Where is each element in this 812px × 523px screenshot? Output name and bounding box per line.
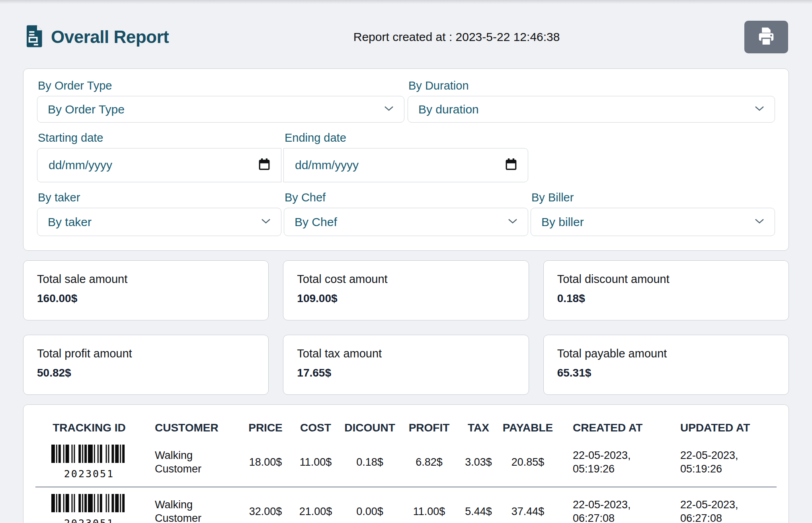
- tracking-barcode: 2023051: [35, 494, 143, 523]
- customer-name: Walking Customer: [155, 498, 215, 523]
- starting-date-input[interactable]: dd/mm/yyyy: [37, 148, 281, 182]
- tax-cell: 3.03$: [458, 456, 499, 469]
- chevron-down-icon: [755, 106, 764, 113]
- column-header: CREATED AT: [557, 422, 672, 434]
- column-header: CUSTOMER: [143, 422, 239, 434]
- updated-at-cell: 22-05-2023, 05:19:26: [680, 449, 752, 476]
- tax-cell: 5.44$: [458, 505, 499, 519]
- barcode-number: 2023051: [64, 517, 114, 523]
- column-header: UPDATED AT: [672, 422, 777, 434]
- table-body: 2023051Walking Customer18.00$11.00$0.18$…: [35, 438, 777, 523]
- barcode-icon: [51, 445, 127, 466]
- taker-select[interactable]: By taker: [37, 208, 281, 236]
- tracking-barcode: 2023051: [35, 445, 143, 480]
- page-title: Overall Report: [51, 27, 169, 47]
- printer-icon: [755, 27, 777, 48]
- created-at-cell: 22-05-2023, 05:19:26: [573, 449, 644, 476]
- column-header: TAX: [458, 422, 499, 434]
- biller-select[interactable]: By biller: [531, 208, 775, 236]
- calendar-icon[interactable]: [259, 158, 270, 172]
- ending-date-input[interactable]: dd/mm/yyyy: [283, 148, 528, 182]
- column-header: TRACKING ID: [35, 422, 143, 434]
- column-header: DICOUNT: [340, 422, 400, 434]
- cost-cell: 21.00$: [292, 505, 340, 519]
- discount-cell: 0.00$: [340, 505, 400, 519]
- duration-label: By Duration: [408, 79, 775, 92]
- card-label: Total sale amount: [37, 273, 255, 286]
- column-header: PROFIT: [400, 422, 458, 434]
- print-button[interactable]: [744, 21, 788, 53]
- price-cell: 18.00$: [239, 456, 292, 469]
- report-created-at: Report created at : 2023-5-22 12:46:38: [169, 30, 744, 44]
- duration-select[interactable]: By duration: [408, 96, 775, 123]
- chevron-down-icon: [384, 106, 394, 113]
- profit-cell: 11.00$: [400, 505, 458, 519]
- table-row: 2023051Walking Customer18.00$11.00$0.18$…: [35, 438, 777, 486]
- total-payable-card: Total payable amount 65.31$: [543, 335, 789, 395]
- created-at-cell: 22-05-2023, 06:27:08: [573, 498, 644, 523]
- total-discount-card: Total discount amount 0.18$: [543, 260, 789, 320]
- total-cost-card: Total cost amount 109.00$: [283, 260, 529, 320]
- discount-cell: 0.18$: [340, 456, 400, 469]
- order-type-select[interactable]: By Order Type: [37, 96, 404, 123]
- table-row: 2023051Walking Customer32.00$21.00$0.00$…: [35, 486, 777, 523]
- table-header-row: TRACKING IDCUSTOMERPRICECOSTDICOUNTPROFI…: [35, 416, 777, 438]
- total-profit-card: Total profit amount 50.82$: [23, 335, 269, 395]
- summary-cards-row-1: Total sale amount 160.00$ Total cost amo…: [23, 260, 789, 320]
- column-header: PAYABLE: [499, 422, 557, 434]
- card-label: Total payable amount: [557, 347, 775, 360]
- chevron-down-icon: [508, 219, 517, 226]
- card-label: Total profit amount: [37, 347, 255, 360]
- customer-name: Walking Customer: [155, 449, 215, 476]
- report-header: Overall Report Report created at : 2023-…: [0, 0, 812, 53]
- top-shadow: [0, 0, 812, 4]
- chevron-down-icon: [261, 219, 271, 226]
- barcode-icon: [51, 494, 127, 516]
- chevron-down-icon: [755, 219, 764, 226]
- price-cell: 32.00$: [239, 505, 292, 519]
- card-label: Total tax amount: [297, 347, 515, 360]
- barcode-number: 2023051: [64, 468, 114, 480]
- orders-table-panel: TRACKING IDCUSTOMERPRICECOSTDICOUNTPROFI…: [23, 404, 789, 523]
- calendar-icon[interactable]: [506, 158, 517, 172]
- chef-select[interactable]: By Chef: [284, 208, 528, 236]
- taker-label: By taker: [38, 191, 281, 204]
- cost-cell: 11.00$: [292, 456, 340, 469]
- card-value: 160.00$: [37, 292, 255, 305]
- order-type-label: By Order Type: [38, 79, 404, 92]
- filter-panel: By Order Type By Order Type By Duration …: [23, 68, 789, 251]
- card-value: 50.82$: [37, 367, 255, 379]
- card-label: Total discount amount: [557, 273, 775, 286]
- card-value: 17.65$: [297, 367, 515, 379]
- ending-date-label: Ending date: [285, 131, 528, 144]
- total-sale-card: Total sale amount 160.00$: [23, 260, 269, 320]
- updated-at-cell: 22-05-2023, 06:27:08: [680, 498, 752, 523]
- report-document-icon: [25, 25, 44, 49]
- starting-date-label: Starting date: [38, 131, 281, 144]
- profit-cell: 6.82$: [400, 456, 458, 469]
- summary-cards-row-2: Total profit amount 50.82$ Total tax amo…: [23, 335, 789, 395]
- column-header: COST: [292, 422, 340, 434]
- column-header: PRICE: [239, 422, 292, 434]
- card-value: 109.00$: [297, 292, 515, 305]
- card-label: Total cost amount: [297, 273, 515, 286]
- payable-cell: 20.85$: [499, 456, 557, 469]
- payable-cell: 37.44$: [499, 505, 557, 519]
- card-value: 65.31$: [557, 367, 775, 379]
- chef-label: By Chef: [285, 191, 528, 204]
- biller-label: By Biller: [531, 191, 775, 204]
- total-tax-card: Total tax amount 17.65$: [283, 335, 529, 395]
- card-value: 0.18$: [557, 292, 775, 305]
